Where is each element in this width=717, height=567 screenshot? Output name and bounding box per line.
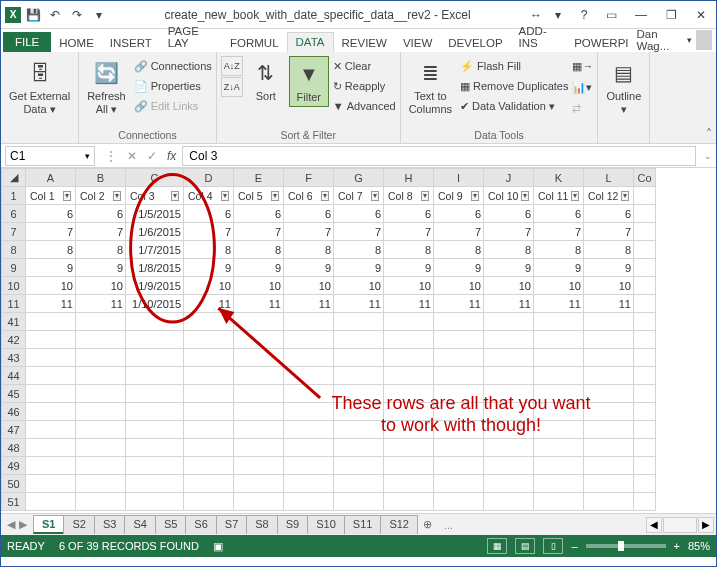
filter-button[interactable]: ▼ Filter (289, 56, 329, 107)
consolidate-button[interactable]: ▦→ (572, 56, 593, 76)
filter-header[interactable]: Col 9▾ (434, 187, 484, 205)
cell[interactable]: 7 (76, 223, 126, 241)
sheet-tab-S2[interactable]: S2 (63, 515, 94, 534)
tab-data[interactable]: DATA (287, 32, 334, 52)
cell[interactable]: 9 (184, 259, 234, 277)
reapply-filter-button[interactable]: ↻Reapply (333, 76, 396, 96)
cell[interactable]: 6 (534, 205, 584, 223)
cell[interactable]: 7 (284, 223, 334, 241)
minimize-button[interactable]: — (626, 3, 656, 26)
row-header[interactable]: 9 (2, 259, 26, 277)
tab-addins[interactable]: ADD-INS (511, 22, 567, 52)
col-header-D[interactable]: D (184, 169, 234, 187)
ribbon-display-icon[interactable]: ▭ (596, 3, 626, 26)
chevron-down-icon[interactable]: ▾ (85, 151, 90, 161)
cell[interactable]: 11 (76, 295, 126, 313)
connections-button[interactable]: 🔗Connections (134, 56, 212, 76)
cell[interactable]: 6 (26, 205, 76, 223)
row-header[interactable]: 6 (2, 205, 26, 223)
cell[interactable]: 6 (384, 205, 434, 223)
cell[interactable]: 10 (26, 277, 76, 295)
cell[interactable]: 10 (584, 277, 634, 295)
cell[interactable]: 9 (334, 259, 384, 277)
cell[interactable]: 9 (384, 259, 434, 277)
fx-icon[interactable]: fx (167, 149, 176, 163)
cell[interactable]: 6 (184, 205, 234, 223)
filter-header[interactable]: Col 11▾ (534, 187, 584, 205)
cell[interactable]: 6 (76, 205, 126, 223)
cell[interactable]: 8 (26, 241, 76, 259)
close-button[interactable]: ✕ (686, 3, 716, 26)
nav-prev-icon[interactable]: ◀ (7, 518, 15, 531)
filter-header[interactable]: Col 4▾ (184, 187, 234, 205)
cell[interactable]: 10 (334, 277, 384, 295)
cell[interactable]: 9 (534, 259, 584, 277)
filter-header[interactable]: Col 12▾ (584, 187, 634, 205)
cell[interactable]: 9 (234, 259, 284, 277)
col-header-J[interactable]: J (484, 169, 534, 187)
row-header[interactable]: 44 (2, 367, 26, 385)
cell[interactable]: 8 (184, 241, 234, 259)
restore-button[interactable]: ❐ (656, 3, 686, 26)
cell[interactable]: 10 (534, 277, 584, 295)
filter-dropdown-icon[interactable]: ▾ (421, 191, 429, 201)
tab-file[interactable]: FILE (3, 32, 51, 52)
cell[interactable]: 10 (484, 277, 534, 295)
new-sheet-button[interactable]: ⊕ (417, 518, 438, 531)
sheet-tab-S8[interactable]: S8 (246, 515, 277, 534)
tab-page-layout[interactable]: PAGE LAY (160, 22, 222, 52)
signed-in-user[interactable]: Dan Wag...▾ (637, 28, 716, 52)
cancel-formula-icon[interactable]: ✕ (127, 149, 137, 163)
row-header[interactable]: 51 (2, 493, 26, 511)
row-header[interactable]: 45 (2, 385, 26, 403)
advanced-filter-button[interactable]: ▼Advanced (333, 96, 396, 116)
filter-dropdown-icon[interactable]: ▾ (113, 191, 121, 201)
cell[interactable]: 11 (334, 295, 384, 313)
cell[interactable]: 8 (234, 241, 284, 259)
cell[interactable]: 1/5/2015 (126, 205, 184, 223)
row-header[interactable]: 8 (2, 241, 26, 259)
get-external-data-button[interactable]: 🗄 Get External Data ▾ (5, 56, 74, 117)
filter-dropdown-icon[interactable]: ▾ (371, 191, 379, 201)
cell[interactable]: 10 (284, 277, 334, 295)
cell[interactable]: 6 (234, 205, 284, 223)
text-to-columns-button[interactable]: ≣ Text to Columns (405, 56, 456, 117)
dots-icon[interactable]: ⋮ (105, 149, 117, 163)
tab-insert[interactable]: INSERT (102, 34, 160, 52)
cell[interactable]: 7 (184, 223, 234, 241)
cell[interactable]: 7 (234, 223, 284, 241)
properties-button[interactable]: 📄Properties (134, 76, 212, 96)
cell[interactable]: 6 (584, 205, 634, 223)
cell[interactable]: 7 (384, 223, 434, 241)
cell[interactable]: 9 (434, 259, 484, 277)
sheet-tab-S6[interactable]: S6 (185, 515, 216, 534)
cell[interactable]: 11 (584, 295, 634, 313)
zoom-slider[interactable] (586, 544, 666, 548)
cell[interactable]: 9 (584, 259, 634, 277)
cell[interactable]: 7 (484, 223, 534, 241)
accept-formula-icon[interactable]: ✓ (147, 149, 157, 163)
filter-dropdown-icon[interactable]: ▾ (521, 191, 529, 201)
cell[interactable]: 7 (26, 223, 76, 241)
qat-dropdown-icon[interactable]: ▾ (89, 5, 109, 25)
cell[interactable]: 10 (76, 277, 126, 295)
outline-button[interactable]: ▤ Outline ▾ (602, 56, 645, 117)
cell[interactable]: 9 (484, 259, 534, 277)
help-icon[interactable]: ? (572, 3, 596, 26)
sort-button[interactable]: ⇅ Sort (247, 56, 285, 105)
filter-dropdown-icon[interactable]: ▾ (571, 191, 579, 201)
sheet-tab-S9[interactable]: S9 (277, 515, 308, 534)
cell[interactable]: 8 (534, 241, 584, 259)
sheet-tab-S4[interactable]: S4 (124, 515, 155, 534)
cell[interactable]: 11 (26, 295, 76, 313)
cell[interactable]: 1/10/2015 (126, 295, 184, 313)
cell[interactable]: 11 (534, 295, 584, 313)
row-header-1[interactable]: 1 (2, 187, 26, 205)
filter-dropdown-icon[interactable]: ▾ (63, 191, 71, 201)
row-header[interactable]: 43 (2, 349, 26, 367)
col-header-H[interactable]: H (384, 169, 434, 187)
filter-header[interactable]: Col 1▾ (26, 187, 76, 205)
col-header-K[interactable]: K (534, 169, 584, 187)
cell[interactable]: 6 (434, 205, 484, 223)
filter-header[interactable]: Col 5▾ (234, 187, 284, 205)
